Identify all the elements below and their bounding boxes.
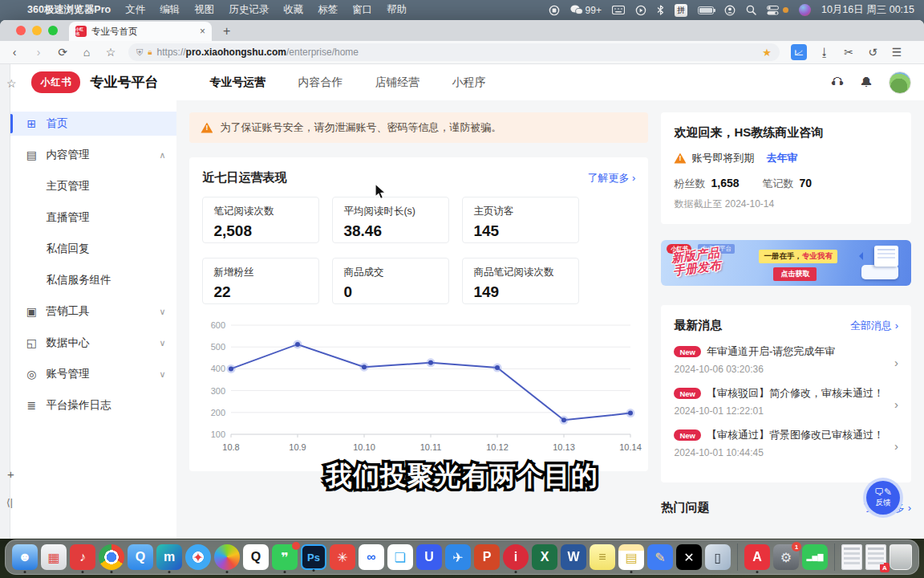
all-messages-link[interactable]: 全部消息 ›: [850, 319, 898, 333]
undo-history-icon[interactable]: ↺: [866, 46, 879, 59]
performance-more-link[interactable]: 了解更多 ›: [588, 171, 636, 185]
siri-icon[interactable]: [799, 4, 811, 16]
menubar-item-history[interactable]: 历史记录: [229, 3, 269, 17]
renew-link[interactable]: 去年审: [766, 151, 797, 165]
sidebar-item-home[interactable]: ⊞ 首页: [10, 112, 176, 136]
sidebar-item-homepage-mgmt[interactable]: 主页管理: [10, 174, 176, 198]
file-preview-icon[interactable]: A: [865, 544, 886, 570]
message-row-review-passed[interactable]: New【审核通过】背景图修改已审核通过！ 2024-10-01 10:44:45…: [674, 428, 898, 458]
wechat-status[interactable]: 99+: [570, 5, 602, 16]
iphone-mirroring-icon[interactable]: ▯: [705, 544, 731, 570]
control-center-icon[interactable]: [767, 6, 779, 15]
notification-bell-icon[interactable]: 🔔︎: [860, 75, 873, 90]
close-window-button[interactable]: [16, 26, 26, 35]
input-method-icon[interactable]: 拼: [675, 4, 687, 17]
safari-icon[interactable]: ✦: [185, 544, 211, 570]
menubar-item-bookmarks[interactable]: 收藏: [283, 3, 303, 17]
screen-record-icon[interactable]: [549, 5, 560, 16]
tab-close-icon[interactable]: ×: [200, 26, 205, 37]
message-app-icon[interactable]: ❏: [387, 544, 413, 570]
battery-icon[interactable]: [698, 6, 714, 14]
minimize-window-button[interactable]: [32, 26, 42, 35]
message-row-annual-review[interactable]: New年审通道开启-请您完成年审 2024-10-06 03:20:36 ›: [674, 344, 898, 375]
pencil-app-icon[interactable]: ✎: [647, 544, 673, 570]
chrome-icon[interactable]: [99, 544, 124, 570]
nav-tab-operation[interactable]: 专业号运营: [209, 75, 265, 90]
notes-icon[interactable]: ▤: [618, 544, 644, 570]
sidebar-item-data-center[interactable]: ◱ 数据中心 ∨: [10, 331, 176, 355]
message-row-review-rejected[interactable]: New【审核驳回】简介修改，审核未通过！ 2024-10-01 12:22:01…: [674, 386, 898, 417]
keyboard-icon[interactable]: [612, 6, 625, 14]
qq-icon[interactable]: Q: [243, 544, 269, 570]
baidu-netdisk-icon[interactable]: ∞: [359, 544, 384, 570]
sidebar-item-live-mgmt[interactable]: 直播管理: [10, 206, 176, 230]
sidebar-item-content-mgmt[interactable]: ▤ 内容管理 ∧: [10, 143, 176, 167]
extension-chart-icon[interactable]: 📈︎: [791, 44, 807, 60]
play-icon[interactable]: [635, 5, 646, 16]
side-collapse-icon[interactable]: ⟨|: [6, 497, 13, 508]
feedback-button[interactable]: 🗨︎✎ 反馈: [863, 478, 903, 518]
wechat-icon[interactable]: ❞: [272, 544, 298, 570]
netease-music-icon[interactable]: ♪: [70, 544, 95, 570]
menubar-datetime[interactable]: 10月16日 周三 00:15: [821, 3, 914, 17]
menubar-item-edit[interactable]: 编辑: [160, 3, 180, 17]
screen-time-icon[interactable]: ✳: [330, 544, 355, 570]
nav-tab-shop[interactable]: 店铺经营: [375, 75, 419, 90]
menubar-item-file[interactable]: 文件: [125, 3, 145, 17]
sidebar-item-account-mgmt[interactable]: ◎ 账号管理 ∨: [10, 362, 176, 386]
maximize-window-button[interactable]: [48, 26, 58, 35]
user-avatar[interactable]: [889, 71, 911, 94]
nav-tab-content-coop[interactable]: 内容合作: [298, 75, 342, 90]
system-settings-icon[interactable]: ⚙1: [773, 544, 799, 570]
letter-a-app-icon[interactable]: A: [744, 544, 770, 570]
bluetooth-icon[interactable]: [657, 5, 664, 15]
address-bar[interactable]: ⛨ 🔒︎ https://pro.xiaohongshu.com/enterpr…: [128, 43, 780, 61]
chevron-right-icon[interactable]: ›: [894, 356, 898, 369]
forward-button[interactable]: ›: [32, 46, 45, 59]
sidebar-item-platform-log[interactable]: ≣ 平台操作日志: [10, 393, 176, 417]
menubar-item-window[interactable]: 窗口: [352, 3, 372, 17]
back-button[interactable]: ‹: [8, 46, 21, 59]
360-browser-icon[interactable]: [214, 544, 240, 570]
spotlight-search-icon[interactable]: [746, 5, 756, 15]
side-add-icon[interactable]: +: [7, 467, 14, 481]
menubar-item-tabs[interactable]: 标签: [318, 3, 338, 17]
iqiyi-icon[interactable]: i: [503, 544, 529, 570]
browser-menu-icon[interactable]: ☰: [890, 46, 903, 59]
screenshot-scissors-icon[interactable]: ✂: [842, 46, 855, 59]
home-button[interactable]: ⌂: [80, 46, 93, 59]
word-icon[interactable]: W: [561, 544, 586, 570]
chevron-up-icon[interactable]: ∧: [159, 150, 165, 161]
chevron-down-icon[interactable]: ∨: [159, 338, 165, 348]
sidebar-item-dm-widget[interactable]: 私信服务组件: [10, 268, 176, 292]
trash-icon[interactable]: [890, 544, 912, 570]
menubar-app-name[interactable]: 360极速浏览器Pro: [27, 3, 111, 17]
maxthon-browser-icon[interactable]: m: [156, 544, 182, 570]
shield-icon[interactable]: ⛨: [136, 47, 143, 58]
menubar-item-help[interactable]: 帮助: [387, 3, 407, 17]
download-icon[interactable]: ⭳: [818, 46, 831, 59]
youdao-icon[interactable]: U: [416, 544, 442, 570]
sidebar-item-dm-reply[interactable]: 私信回复: [10, 237, 176, 261]
powerpoint-icon[interactable]: P: [474, 544, 500, 570]
chevron-down-icon[interactable]: ∨: [159, 369, 165, 380]
favorites-panel-icon[interactable]: ☆: [6, 77, 17, 90]
xiaohongshu-logo[interactable]: 小红书: [31, 71, 80, 93]
user-account-icon[interactable]: [724, 5, 736, 16]
window-preview-icon[interactable]: [841, 544, 862, 570]
chevron-down-icon[interactable]: ∨: [159, 307, 165, 317]
finder-icon[interactable]: ☻: [12, 544, 38, 570]
capcut-icon[interactable]: ✕: [676, 544, 702, 570]
photoshop-icon[interactable]: Ps: [301, 544, 326, 570]
stats-app-icon[interactable]: ▂▅▇: [802, 544, 828, 570]
dingtalk-icon[interactable]: ✈: [445, 544, 471, 570]
launchpad-icon[interactable]: ▦: [41, 544, 67, 570]
reload-button[interactable]: ⟳: [56, 46, 69, 59]
promo-banner[interactable]: 小红书 专业号平台 新版产品手册发布 一册在手，专业我有 点击获取: [661, 240, 911, 286]
qq-browser-icon[interactable]: Q: [128, 544, 153, 570]
browser-tab[interactable]: 小红书 专业号首页 ×: [69, 22, 212, 41]
chevron-right-icon[interactable]: ›: [894, 397, 898, 411]
bookmark-star-button[interactable]: ☆: [104, 46, 117, 59]
new-tab-button[interactable]: +: [223, 24, 230, 39]
stickies-icon[interactable]: ≡: [590, 544, 615, 570]
